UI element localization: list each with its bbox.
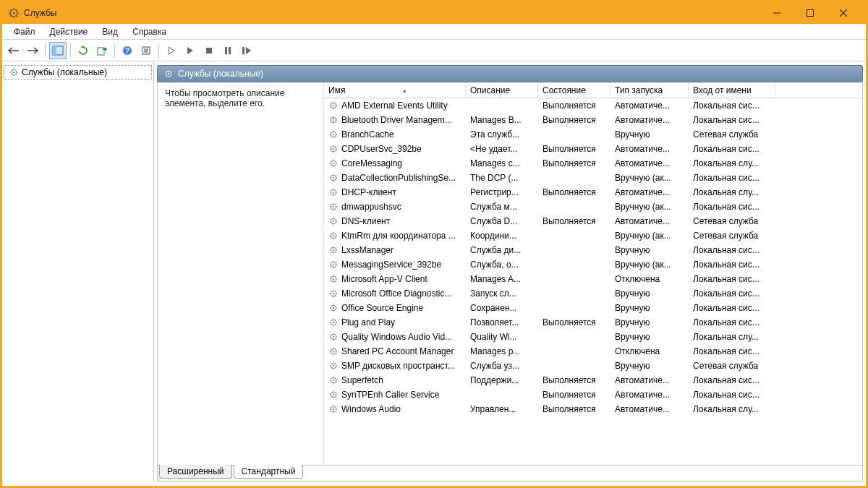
cell-description: Manages B... (466, 114, 538, 126)
svg-line-172 (336, 296, 336, 296)
menu-view[interactable]: Вид (95, 25, 125, 38)
cell-logon: Локальная сис... (689, 273, 775, 285)
cell-name: Plug and Play (324, 317, 466, 328)
svg-line-103 (331, 194, 331, 195)
cell-logon: Локальная слу... (689, 403, 775, 415)
table-row[interactable]: SynTPEnh Caller ServiceВыполняетсяАвтома… (324, 388, 862, 402)
svg-line-231 (331, 377, 331, 378)
svg-line-83 (331, 166, 331, 166)
svg-line-142 (336, 252, 336, 253)
svg-line-173 (331, 296, 331, 296)
table-row[interactable]: CoreMessagingManages c...ВыполняетсяАвто… (324, 156, 862, 171)
svg-line-233 (331, 382, 331, 383)
help-button[interactable]: ? (119, 42, 136, 59)
refresh-button[interactable] (75, 42, 92, 59)
svg-line-94 (336, 175, 336, 176)
table-row[interactable]: Microsoft App-V ClientManages A...Отключ… (324, 272, 862, 286)
svg-line-212 (336, 354, 336, 354)
svg-point-76 (333, 163, 334, 164)
cell-logon: Сетевая служба (689, 360, 775, 372)
separator (70, 43, 71, 58)
table-row[interactable]: DataCollectionPublishingSe...The DCP (..… (324, 171, 862, 185)
svg-point-146 (333, 264, 334, 265)
stop-service-button[interactable] (200, 42, 218, 59)
svg-line-41 (331, 103, 331, 103)
pause-service-button[interactable] (219, 42, 237, 59)
table-row[interactable]: Microsoft Office Diagnostic...Запуск сл.… (324, 286, 862, 301)
table-row[interactable]: KtmRm для координатора ...Координи...Вру… (324, 228, 862, 243)
separator (114, 43, 115, 58)
start-service-button[interactable] (163, 42, 180, 59)
svg-line-163 (331, 281, 331, 282)
menu-file[interactable]: Файл (7, 25, 43, 38)
table-row[interactable]: SuperfetchПоддержи...ВыполняетсяАвтомати… (324, 373, 862, 388)
table-row[interactable]: DHCP-клиентРегистрир...ВыполняетсяАвтома… (324, 185, 862, 200)
cell-startup: Автоматиче... (610, 158, 689, 169)
right-pane: Службы (локальные) Чтобы просмотреть опи… (154, 62, 866, 481)
svg-line-221 (331, 363, 331, 364)
cell-state (538, 336, 610, 338)
table-row[interactable]: AMD External Events UtilityВыполняетсяАв… (324, 98, 862, 113)
tab-extended[interactable]: Расширенный (159, 465, 232, 479)
menu-action[interactable]: Действие (43, 25, 95, 38)
export-button[interactable] (93, 42, 111, 59)
minimize-button[interactable] (760, 2, 793, 24)
cell-description: Регистрир... (466, 187, 538, 198)
table-row[interactable]: DNS-клиентСлужба D...ВыполняетсяАвтомати… (324, 214, 862, 228)
tab-standard[interactable]: Стандартный (234, 465, 304, 479)
svg-line-121 (331, 218, 331, 219)
table-row[interactable]: Windows AudioУправлен...ВыполняетсяАвтом… (324, 402, 862, 416)
table-row[interactable]: Office Source EngineСохранен...ВручнуюЛо… (324, 301, 862, 315)
gear-icon (328, 390, 339, 400)
svg-line-162 (336, 281, 336, 282)
svg-line-104 (336, 189, 336, 190)
svg-line-193 (331, 325, 331, 325)
window-title: Службы (24, 8, 760, 18)
gear-icon (328, 375, 339, 385)
table-row[interactable]: Shared PC Account ManagerManages p...Отк… (324, 344, 862, 359)
cell-description: Служба уз... (466, 360, 538, 372)
svg-line-82 (336, 166, 336, 166)
cell-name: KtmRm для координатора ... (324, 230, 466, 241)
maximize-button[interactable] (793, 2, 827, 24)
cell-state (538, 365, 610, 367)
table-row[interactable]: BranchCacheЭта служб...ВручнуюСетевая сл… (324, 127, 862, 142)
column-state[interactable]: Состояние (538, 82, 610, 98)
column-name[interactable]: Имя▴ (324, 82, 466, 98)
svg-line-9 (17, 9, 18, 11)
table-row[interactable]: dmwappushsvcСлужба м...Вручную (ак...Лок… (324, 200, 862, 214)
table-row[interactable]: Bluetooth Driver Managem...Manages B...В… (324, 113, 862, 127)
cell-startup: Автоматиче... (610, 114, 689, 126)
show-tree-button[interactable] (49, 42, 67, 59)
svg-line-81 (331, 160, 331, 161)
start-service-filled-button[interactable] (182, 42, 199, 59)
column-logon[interactable]: Вход от имени (689, 82, 775, 98)
cell-name: DHCP-клиент (324, 187, 466, 198)
svg-line-123 (331, 223, 331, 224)
table-row[interactable]: Quality Windows Audio Vid...Quality Wi..… (324, 330, 862, 344)
close-button[interactable] (827, 2, 860, 24)
cell-startup: Вручную (ак... (610, 172, 689, 184)
column-startup[interactable]: Тип запуска (610, 82, 689, 98)
svg-line-74 (336, 146, 336, 147)
table-row[interactable]: SMP дисковых пространст...Служба уз...Вр… (324, 359, 862, 373)
svg-line-91 (331, 175, 331, 176)
svg-line-141 (331, 247, 331, 248)
menu-help[interactable]: Справка (125, 25, 174, 38)
svg-line-73 (331, 151, 331, 152)
column-description[interactable]: Описание (466, 82, 538, 98)
list-body[interactable]: AMD External Events UtilityВыполняетсяАв… (324, 98, 862, 465)
tree-item-services-local[interactable]: Службы (локальные) (4, 65, 152, 80)
table-row[interactable]: CDPUserSvc_392be<Не удает...ВыполняетсяА… (324, 142, 862, 156)
table-row[interactable]: LxssManagerСлужба ди...ВручнуюЛокальная … (324, 243, 862, 257)
forward-button[interactable] (24, 42, 41, 59)
back-button[interactable] (5, 42, 22, 59)
svg-line-101 (331, 189, 331, 190)
svg-line-93 (331, 180, 331, 181)
properties-button[interactable] (137, 42, 155, 59)
svg-point-28 (13, 72, 14, 73)
table-row[interactable]: MessagingService_392beСлужба, о...Вручну… (324, 257, 862, 272)
separator (158, 43, 159, 58)
restart-service-button[interactable] (238, 42, 255, 59)
table-row[interactable]: Plug and PlayПозволяет...ВыполняетсяВруч… (324, 315, 862, 330)
